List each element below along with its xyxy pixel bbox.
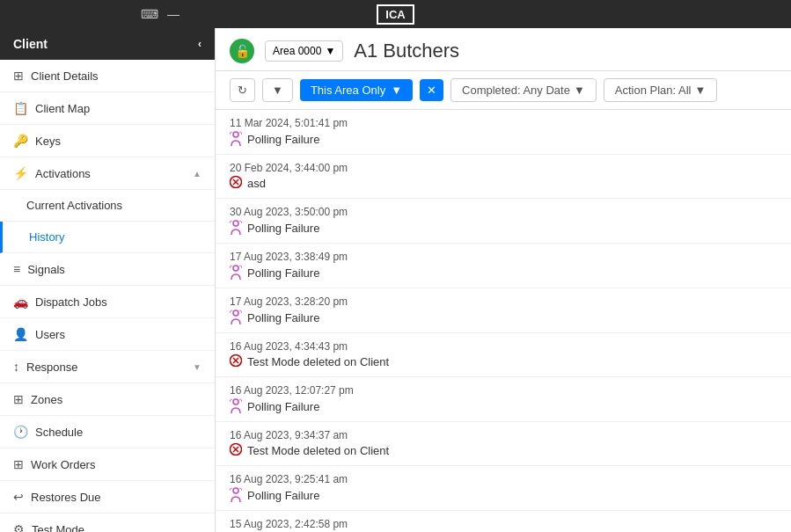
area-dropdown[interactable]: Area 0000 ▼ [265,40,343,62]
minimize-icon[interactable]: — [167,7,179,21]
event-description: asd [230,176,777,191]
sidebar-label-client-details: Client Details [31,69,99,83]
sidebar-label-keys: Keys [35,135,61,148]
sidebar-collapse-icon[interactable]: ‹ [198,38,201,50]
event-text: Polling Failure [247,311,319,324]
sidebar-label-activations: Activations [35,167,91,180]
test-mode-icon: ⚙ [13,522,25,532]
zones-icon: ⊞ [13,392,24,406]
sidebar-item-signals[interactable]: ≡ Signals [0,253,215,286]
completed-chevron-icon: ▼ [574,84,585,97]
event-item[interactable]: 20 Feb 2024, 3:44:00 pmasd [216,155,791,199]
close-filter-icon: ✕ [427,84,436,97]
event-description: Polling Failure [230,487,777,503]
event-description: Test Mode deleted on Client [230,354,777,369]
polling-failure-icon [230,487,242,503]
sidebar-label-dispatch-jobs: Dispatch Jobs [35,295,107,309]
dispatch-jobs-icon: 🚗 [13,295,28,309]
event-time: 11 Mar 2024, 5:01:41 pm [230,117,777,129]
lock-icon: 🔓 [230,39,254,63]
svg-point-6 [233,310,238,316]
sidebar-item-test-mode[interactable]: ⚙ Test Mode [0,514,215,532]
event-description: Polling Failure [230,220,777,236]
sidebar-label-client-map: Client Map [35,102,90,115]
event-description: Polling Failure [230,310,777,325]
event-item[interactable]: 16 Aug 2023, 9:34:37 amTest Mode deleted… [216,422,791,466]
svg-point-4 [233,221,238,226]
filter-button[interactable]: ▼ [262,78,293,102]
polling-failure-icon [230,398,242,414]
action-plan-filter-button[interactable]: Action Plan: All ▼ [604,78,718,102]
event-text: Polling Failure [247,400,319,413]
sidebar-item-restores-due[interactable]: ↩ Restores Due [0,481,215,514]
action-plan-label: Action Plan: All [615,84,692,97]
event-description: Polling Failure [230,265,777,281]
keyboard-icon[interactable]: ⌨ [141,7,158,21]
content-area: 🔓 Area 0000 ▼ A1 Butchers ↻ ▼ This Area … [216,28,791,532]
completed-filter-button[interactable]: Completed: Any Date ▼ [450,78,597,102]
action-plan-chevron-icon: ▼ [694,84,706,97]
sidebar-label-test-mode: Test Mode [32,523,84,533]
event-time: 20 Feb 2024, 3:44:00 pm [230,162,777,174]
sidebar-label-zones: Zones [31,393,62,406]
sidebar-item-zones[interactable]: ⊞ Zones [0,383,215,416]
event-text: Test Mode deleted on Client [247,444,389,457]
event-time: 16 Aug 2023, 9:25:41 am [230,473,777,485]
response-arrow-icon: ▼ [193,362,201,372]
sidebar-label-schedule: Schedule [35,426,83,439]
sidebar-item-dispatch-jobs[interactable]: 🚗 Dispatch Jobs [0,286,215,318]
event-item[interactable]: 30 Aug 2023, 3:50:00 pmPolling Failure [216,199,791,244]
sidebar-item-history[interactable]: History [0,222,215,253]
sidebar-title: Client [13,37,48,51]
sidebar-item-current-activations[interactable]: Current Activations [0,190,215,222]
event-item[interactable]: 16 Aug 2023, 4:34:43 pmTest Mode deleted… [216,333,791,377]
activations-icon: ⚡ [13,166,28,180]
polling-failure-icon [230,310,242,325]
users-icon: 👤 [13,327,28,341]
cancel-icon [230,354,242,369]
event-text: Polling Failure [247,133,319,146]
cancel-icon [230,176,242,191]
sidebar-label-current-activations: Current Activations [26,199,122,212]
sidebar-item-keys[interactable]: 🔑 Keys [0,125,215,157]
refresh-button[interactable]: ↻ [230,78,255,102]
event-list: 11 Mar 2024, 5:01:41 pmPolling Failure20… [216,110,791,532]
event-item[interactable]: 11 Mar 2024, 5:01:41 pmPolling Failure [216,110,791,155]
area-label: Area 0000 [273,45,321,57]
event-item[interactable]: 16 Aug 2023, 12:07:27 pmPolling Failure [216,377,791,422]
sidebar-item-work-orders[interactable]: ⊞ Work Orders [0,448,215,481]
client-name: A1 Butchers [354,40,459,62]
sidebar-label-history: History [29,230,64,244]
sidebar-label-work-orders: Work Orders [31,458,95,471]
sidebar-item-response[interactable]: ↕ Response ▼ [0,351,215,383]
sidebar-label-restores-due: Restores Due [31,491,100,504]
svg-point-0 [233,132,238,137]
sidebar-item-client-map[interactable]: 📋 Client Map [0,92,215,125]
polling-failure-icon [230,131,242,147]
this-area-chevron-icon: ▼ [391,84,402,97]
event-text: Polling Failure [247,222,319,235]
sidebar-item-schedule[interactable]: 🕐 Schedule [0,416,215,448]
this-area-only-button[interactable]: This Area Only ▼ [300,79,413,101]
event-time: 17 Aug 2023, 3:28:20 pm [230,295,777,308]
schedule-icon: 🕐 [13,425,28,439]
keys-icon: 🔑 [13,134,28,148]
completed-label: Completed: Any Date [462,84,570,97]
sidebar-label-response: Response [26,361,78,374]
polling-failure-icon [230,220,242,236]
event-description: Test Mode deleted on Client [230,443,777,458]
event-description: Polling Failure [230,398,777,414]
client-map-icon: 📋 [13,101,28,115]
event-description: Polling Failure [230,131,777,147]
event-item[interactable]: 16 Aug 2023, 9:25:41 amPolling Failure [216,466,791,511]
svg-point-14 [233,488,238,493]
event-time: 16 Aug 2023, 9:34:37 am [230,429,777,441]
cancel-icon [230,443,242,458]
event-item[interactable]: 17 Aug 2023, 3:38:49 pmPolling Failure [216,244,791,288]
sidebar-item-activations[interactable]: ⚡ Activations ▲ [0,157,215,190]
clear-filter-button[interactable]: ✕ [420,79,443,101]
sidebar-item-users[interactable]: 👤 Users [0,318,215,351]
sidebar-item-client-details[interactable]: ⊞ Client Details [0,60,215,92]
event-item[interactable]: 15 Aug 2023, 2:42:58 pmPolling Failure [216,511,791,532]
event-item[interactable]: 17 Aug 2023, 3:28:20 pmPolling Failure [216,288,791,333]
